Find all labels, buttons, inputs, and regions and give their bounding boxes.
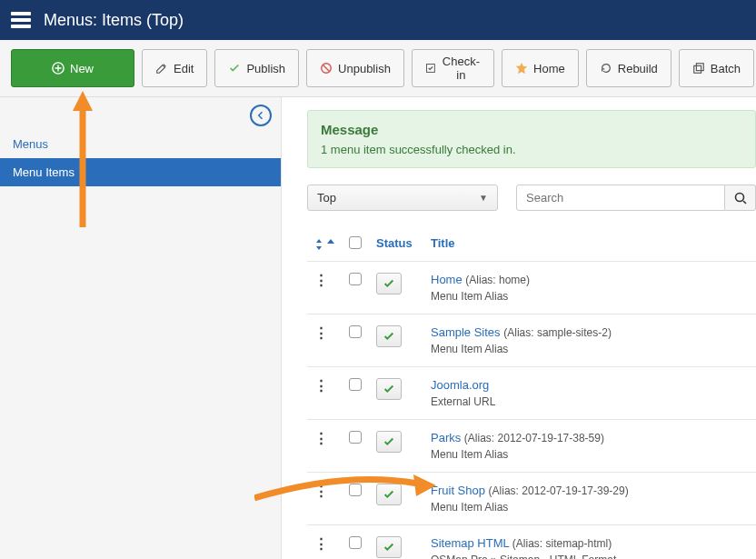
row-checkbox[interactable] bbox=[349, 325, 362, 338]
check-icon bbox=[383, 541, 395, 554]
drag-handle-icon[interactable]: ⋮ bbox=[314, 378, 328, 392]
plus-icon bbox=[52, 62, 65, 75]
toolbar: New Edit Publish Unpublish Check-in Home… bbox=[0, 40, 756, 97]
search-icon bbox=[733, 191, 748, 205]
item-alias: (Alias: home) bbox=[465, 274, 530, 286]
publish-button-label: Publish bbox=[246, 62, 285, 75]
svg-rect-4 bbox=[696, 64, 703, 71]
row-checkbox[interactable] bbox=[349, 536, 362, 549]
sort-icon bbox=[314, 239, 323, 250]
batch-icon bbox=[692, 62, 705, 75]
item-title-link[interactable]: Joomla.org bbox=[431, 378, 489, 392]
check-icon bbox=[383, 383, 395, 395]
item-title-link[interactable]: Fruit Shop bbox=[431, 484, 485, 497]
unpublish-button[interactable]: Unpublish bbox=[306, 49, 404, 87]
main-content: Message 1 menu item successfully checked… bbox=[282, 97, 756, 559]
star-icon bbox=[515, 62, 528, 75]
item-title-link[interactable]: Parks bbox=[431, 431, 461, 444]
menu-select-value: Top bbox=[317, 191, 336, 205]
status-toggle-button[interactable] bbox=[376, 325, 402, 347]
edit-button-label: Edit bbox=[174, 62, 194, 75]
table-row: ⋮ Sitemap HTML (Alias: sitemap-html) OSM… bbox=[307, 525, 756, 560]
checkbox-icon bbox=[425, 62, 436, 75]
row-checkbox[interactable] bbox=[349, 273, 362, 285]
item-alias: (Alias: sample-sites-2) bbox=[503, 326, 612, 339]
svg-rect-3 bbox=[694, 65, 701, 73]
sidebar-item-label: Menus bbox=[13, 137, 48, 151]
page-title: Menus: Items (Top) bbox=[44, 11, 184, 30]
item-type: External URL bbox=[431, 395, 749, 408]
select-all-checkbox[interactable] bbox=[349, 236, 362, 249]
message-box: Message 1 menu item successfully checked… bbox=[307, 110, 756, 168]
pencil-icon bbox=[155, 62, 168, 75]
message-title: Message bbox=[321, 122, 742, 137]
sidebar: Menus Menu Items bbox=[0, 97, 282, 559]
rebuild-button-label: Rebuild bbox=[618, 62, 658, 75]
collapse-sidebar-button[interactable] bbox=[250, 105, 272, 126]
table-row: ⋮ Sample Sites (Alias: sample-sites-2) M… bbox=[307, 314, 756, 367]
items-table: Status Title ⋮ Home (Alias: home) Menu I… bbox=[307, 227, 756, 559]
row-checkbox[interactable] bbox=[349, 431, 362, 444]
message-body: 1 menu item successfully checked in. bbox=[321, 143, 742, 156]
cancel-icon bbox=[320, 62, 333, 75]
sidebar-item-menu-items[interactable]: Menu Items bbox=[0, 158, 281, 186]
hamburger-icon[interactable] bbox=[11, 12, 31, 28]
item-type: Menu Item Alias bbox=[431, 343, 749, 355]
status-toggle-button[interactable] bbox=[376, 536, 402, 558]
table-row: ⋮ Parks (Alias: 2012-07-19-17-38-59) Men… bbox=[307, 420, 756, 473]
item-type: Menu Item Alias bbox=[431, 448, 749, 461]
drag-handle-icon[interactable]: ⋮ bbox=[314, 431, 328, 444]
row-checkbox[interactable] bbox=[349, 484, 362, 496]
refresh-icon bbox=[600, 62, 612, 75]
col-order[interactable] bbox=[307, 227, 342, 262]
status-toggle-button[interactable] bbox=[376, 484, 402, 505]
item-title-link[interactable]: Sample Sites bbox=[431, 325, 501, 339]
check-icon bbox=[383, 435, 395, 448]
home-button-label: Home bbox=[533, 62, 565, 75]
drag-handle-icon[interactable]: ⋮ bbox=[314, 484, 328, 497]
item-alias: (Alias: sitemap-html) bbox=[512, 537, 612, 550]
batch-button-label: Batch bbox=[711, 62, 741, 75]
sidebar-item-menus[interactable]: Menus bbox=[0, 130, 281, 158]
edit-button[interactable]: Edit bbox=[142, 49, 207, 87]
table-row: ⋮ Fruit Shop (Alias: 2012-07-19-17-39-29… bbox=[307, 473, 756, 525]
table-row: ⋮ Joomla.org External URL bbox=[307, 367, 756, 420]
sort-asc-icon bbox=[327, 239, 334, 250]
rebuild-button[interactable]: Rebuild bbox=[586, 49, 671, 87]
batch-button[interactable]: Batch bbox=[679, 49, 754, 87]
check-icon bbox=[383, 330, 395, 343]
checkin-button[interactable]: Check-in bbox=[412, 49, 494, 87]
item-title-link[interactable]: Sitemap HTML bbox=[431, 536, 509, 550]
search-button[interactable] bbox=[725, 185, 756, 211]
publish-button[interactable]: Publish bbox=[214, 49, 299, 87]
row-checkbox[interactable] bbox=[349, 378, 362, 391]
status-toggle-button[interactable] bbox=[376, 378, 402, 400]
unpublish-button-label: Unpublish bbox=[338, 62, 391, 75]
drag-handle-icon[interactable]: ⋮ bbox=[314, 325, 328, 339]
item-type: Menu Item Alias bbox=[431, 501, 749, 514]
chevron-down-icon: ▼ bbox=[479, 193, 488, 203]
status-toggle-button[interactable] bbox=[376, 273, 402, 294]
header-bar: Menus: Items (Top) bbox=[0, 0, 756, 40]
item-alias: (Alias: 2012-07-19-17-38-59) bbox=[464, 432, 604, 444]
col-status[interactable]: Status bbox=[369, 227, 423, 262]
col-title[interactable]: Title bbox=[423, 227, 756, 262]
check-icon bbox=[228, 62, 241, 75]
svg-point-5 bbox=[735, 193, 743, 201]
search-input[interactable] bbox=[516, 185, 725, 211]
item-type: Menu Item Alias bbox=[431, 290, 749, 303]
item-alias: (Alias: 2012-07-19-17-39-29) bbox=[489, 484, 629, 497]
status-toggle-button[interactable] bbox=[376, 431, 402, 453]
home-button[interactable]: Home bbox=[502, 49, 579, 87]
item-title-link[interactable]: Home bbox=[431, 273, 463, 286]
new-button[interactable]: New bbox=[11, 49, 134, 87]
check-icon bbox=[383, 277, 395, 290]
drag-handle-icon[interactable]: ⋮ bbox=[314, 536, 328, 550]
col-checkbox bbox=[342, 227, 369, 262]
check-icon bbox=[383, 488, 395, 501]
menu-select[interactable]: Top ▼ bbox=[307, 185, 498, 211]
item-type: OSMap Pro » Sitemap - HTML Format bbox=[431, 554, 749, 559]
drag-handle-icon[interactable]: ⋮ bbox=[314, 273, 328, 286]
sidebar-item-label: Menu Items bbox=[13, 165, 75, 179]
new-button-label: New bbox=[70, 62, 94, 75]
